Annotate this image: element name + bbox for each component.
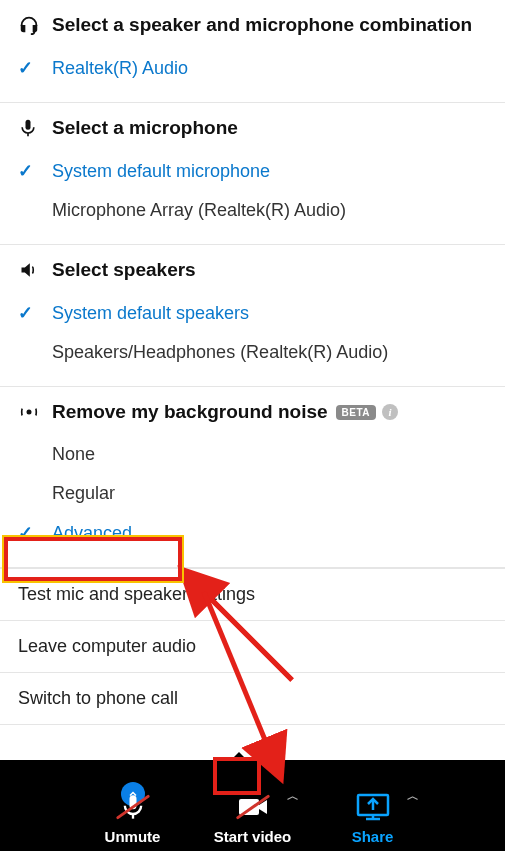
section-microphone: Select a microphone ✓ System default mic… (0, 103, 505, 245)
toolbar: Unmute ︿ Start video ︿ Share (0, 760, 505, 851)
option-noise-advanced[interactable]: ✓ Advanced (0, 513, 505, 553)
section-header-audio-combo: Select a speaker and microphone combinat… (0, 14, 505, 48)
chevron-up-icon[interactable]: ︿ (407, 788, 419, 805)
option-noise-regular[interactable]: Regular (0, 474, 505, 513)
svg-rect-3 (129, 795, 136, 809)
section-title: Remove my background noise (52, 401, 328, 423)
option-noise-none[interactable]: None (0, 435, 505, 474)
section-header-speakers: Select speakers (0, 259, 505, 293)
microphone-muted-icon (119, 786, 147, 828)
option-realtek-combo[interactable]: ✓ Realtek(R) Audio (0, 48, 505, 88)
svg-rect-0 (26, 120, 31, 130)
action-test-settings[interactable]: Test mic and speaker settings (0, 569, 505, 621)
option-label: None (52, 444, 95, 465)
option-label: Advanced (52, 523, 132, 544)
section-header-noise: Remove my background noise BETA i (0, 401, 505, 435)
toolbar-label: Start video (214, 828, 292, 845)
section-noise-removal: Remove my background noise BETA i None R… (0, 387, 505, 568)
option-speakers-headphones[interactable]: Speakers/Headphones (Realtek(R) Audio) (0, 333, 505, 372)
section-header-microphone: Select a microphone (0, 117, 505, 151)
toolbar-label: Unmute (105, 828, 161, 845)
check-icon: ✓ (18, 160, 33, 182)
share-screen-icon (356, 786, 390, 828)
video-off-icon (237, 786, 269, 828)
toolbar-unmute-button[interactable]: Unmute (85, 786, 181, 845)
toolbar-start-video-button[interactable]: ︿ Start video (205, 786, 301, 845)
option-label: System default microphone (52, 161, 270, 182)
option-label: Speakers/Headphones (Realtek(R) Audio) (52, 342, 388, 363)
svg-point-2 (27, 410, 32, 415)
toolbar-label: Share (352, 828, 394, 845)
option-label: Regular (52, 483, 115, 504)
action-leave-audio[interactable]: Leave computer audio (0, 621, 505, 673)
toolbar-pointer-icon (230, 752, 248, 761)
option-label: System default speakers (52, 303, 249, 324)
check-icon: ✓ (18, 522, 33, 544)
section-title: Select a speaker and microphone combinat… (52, 14, 472, 36)
toolbar-share-button[interactable]: ︿ Share (325, 786, 421, 845)
section-title: Select a microphone (52, 117, 238, 139)
info-icon[interactable]: i (382, 404, 398, 420)
check-icon: ✓ (18, 57, 33, 79)
check-icon: ✓ (18, 302, 33, 324)
chevron-up-icon[interactable]: ︿ (287, 788, 299, 805)
svg-rect-5 (239, 799, 259, 815)
option-system-default-speakers[interactable]: ✓ System default speakers (0, 293, 505, 333)
headset-icon (18, 14, 46, 36)
beta-badge: BETA (336, 405, 376, 420)
speaker-icon (18, 260, 46, 280)
option-label: Realtek(R) Audio (52, 58, 188, 79)
action-list: Test mic and speaker settings Leave comp… (0, 568, 505, 725)
microphone-icon (18, 117, 46, 139)
option-system-default-mic[interactable]: ✓ System default microphone (0, 151, 505, 191)
option-mic-array[interactable]: Microphone Array (Realtek(R) Audio) (0, 191, 505, 230)
section-speakers: Select speakers ✓ System default speaker… (0, 245, 505, 387)
action-switch-phone[interactable]: Switch to phone call (0, 673, 505, 725)
noise-icon (18, 402, 46, 422)
option-label: Microphone Array (Realtek(R) Audio) (52, 200, 346, 221)
section-audio-combo: Select a speaker and microphone combinat… (0, 0, 505, 103)
section-title: Select speakers (52, 259, 196, 281)
